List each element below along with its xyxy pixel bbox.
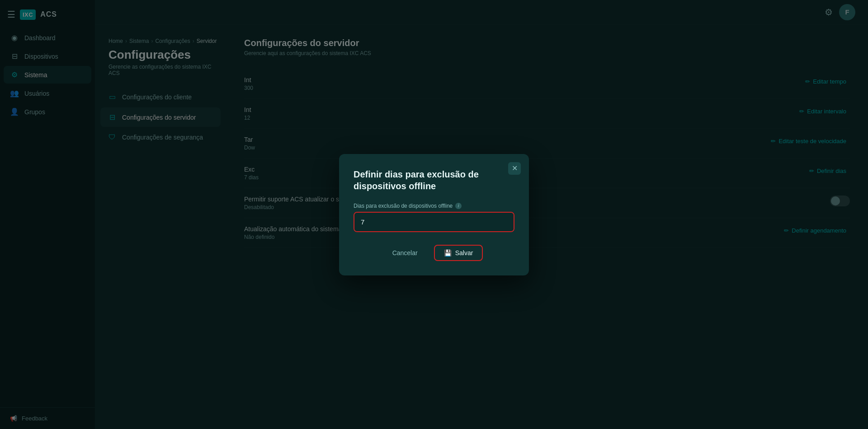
modal-field-label: Dias para exclusão de dispositivos offli… (354, 203, 514, 209)
modal-close-button[interactable]: ✕ (508, 162, 521, 175)
modal-dialog: Definir dias para exclusão de dispositiv… (339, 154, 529, 275)
modal-input-wrapper (354, 212, 514, 232)
cancel-button[interactable]: Cancelar (385, 246, 425, 260)
field-info-icon: i (455, 203, 462, 209)
save-icon: 💾 (444, 249, 452, 256)
save-label: Salvar (455, 249, 473, 256)
modal-field: Dias para exclusão de dispositivos offli… (354, 203, 514, 232)
save-button[interactable]: 💾 Salvar (434, 245, 483, 261)
modal-actions: Cancelar 💾 Salvar (354, 245, 514, 261)
modal-overlay: Definir dias para exclusão de dispositiv… (0, 0, 868, 429)
days-input[interactable] (354, 213, 514, 231)
modal-title: Definir dias para exclusão de dispositiv… (354, 168, 514, 192)
